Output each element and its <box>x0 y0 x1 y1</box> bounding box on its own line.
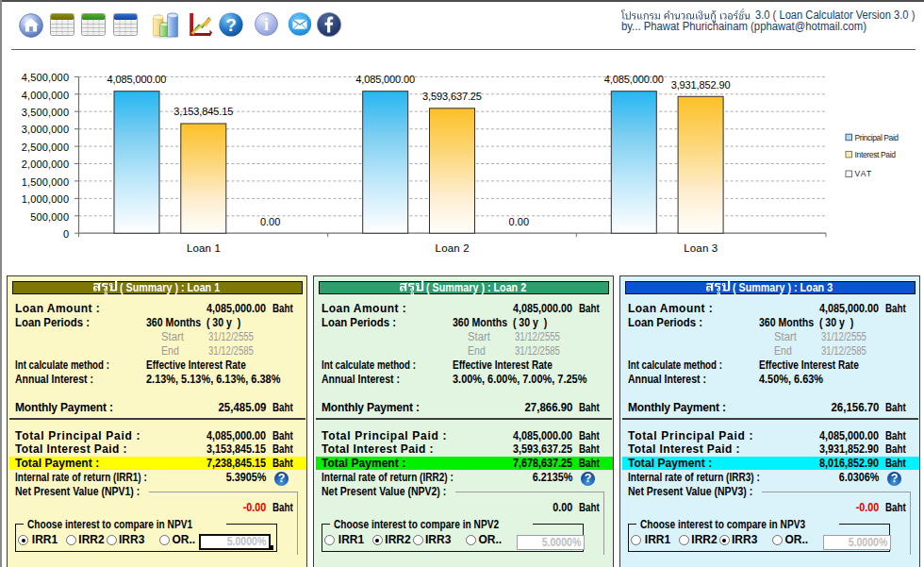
svg-text:4,000,000: 4,000,000 <box>22 90 69 101</box>
svg-text:1,000,000: 1,000,000 <box>22 193 69 205</box>
svg-text:0.00: 0.00 <box>509 216 529 227</box>
svg-text:Loan 3: Loan 3 <box>684 242 718 254</box>
svg-text:Loan 1: Loan 1 <box>187 242 221 254</box>
svg-text:Interest Paid: Interest Paid <box>855 150 897 159</box>
svg-text:4,085,000.00: 4,085,000.00 <box>107 74 167 85</box>
svg-text:3,153,845.15: 3,153,845.15 <box>173 106 233 117</box>
svg-text:4,500,000: 4,500,000 <box>22 72 69 83</box>
svg-text:2,500,000: 2,500,000 <box>22 142 69 153</box>
svg-text:3,000,000: 3,000,000 <box>22 124 69 135</box>
svg-text:3,931,852.90: 3,931,852.90 <box>671 79 731 91</box>
svg-text:4,085,000.00: 4,085,000.00 <box>355 74 415 85</box>
svg-text:500,000: 500,000 <box>30 211 69 223</box>
svg-text:VAT: VAT <box>855 169 872 178</box>
svg-text:4,085,000.00: 4,085,000.00 <box>604 74 664 85</box>
svg-text:3,500,000: 3,500,000 <box>22 107 69 118</box>
svg-text:Principal Paid: Principal Paid <box>855 133 899 142</box>
svg-text:0.00: 0.00 <box>260 216 280 227</box>
svg-text:1,500,000: 1,500,000 <box>22 176 69 188</box>
svg-text:3,593,637.25: 3,593,637.25 <box>422 91 482 102</box>
svg-text:2,000,000: 2,000,000 <box>22 158 69 170</box>
svg-text:Loan 2: Loan 2 <box>436 242 470 254</box>
svg-text:0: 0 <box>63 228 69 240</box>
